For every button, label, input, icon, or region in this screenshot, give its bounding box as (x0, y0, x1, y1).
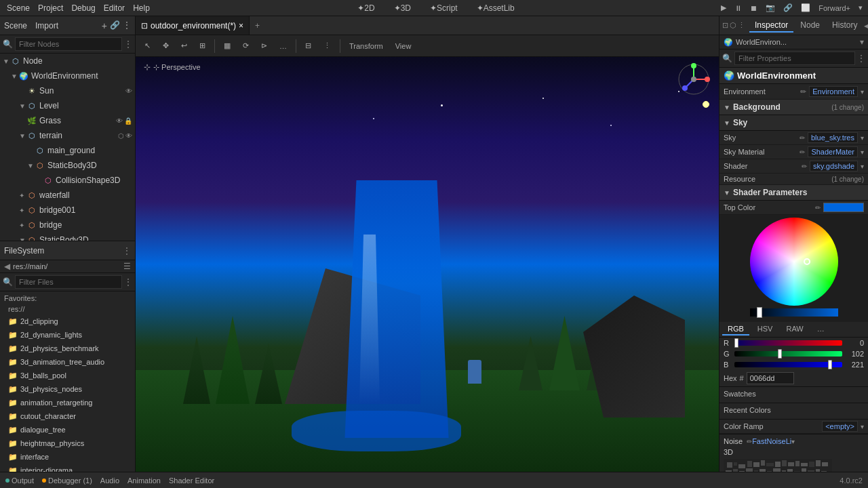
viewport-content[interactable]: ⊹ ⊹ Perspective (136, 57, 719, 472)
tab-rgb[interactable]: RGB (722, 323, 749, 336)
fs-item-2d-physics[interactable]: 📁 2d_physics_benchmark (0, 342, 135, 355)
sky-material-value[interactable]: ShaderMater (808, 146, 858, 157)
env-dropdown[interactable]: ▾ (861, 88, 864, 96)
import-header-label[interactable]: Import (35, 21, 58, 30)
tool-scale[interactable]: ⊞ (195, 38, 210, 54)
fs-item-dialogue[interactable]: 📁 dialogue_tree (0, 423, 135, 436)
menu-project[interactable]: Project (34, 2, 67, 14)
channel-b-thumb[interactable] (828, 360, 832, 369)
tool-select[interactable]: ↖ (140, 38, 155, 54)
shader-dropdown[interactable]: ▾ (861, 163, 864, 170)
fs-item-interior[interactable]: 📁 interior-diorama (0, 464, 135, 472)
menu-scene[interactable]: Scene (3, 2, 34, 14)
btn-3d[interactable]: ✦3D (390, 2, 415, 14)
visibility-icon-grass[interactable]: 👁 (116, 117, 123, 125)
channel-g-slider[interactable] (734, 351, 842, 357)
tool-move[interactable]: ✥ (158, 38, 174, 54)
scene-options-icon[interactable]: ⋮ (123, 20, 131, 31)
fs-item-3d-animation[interactable]: 📁 3d_animation_tree_audio (0, 355, 135, 369)
inspector-nav-prev[interactable]: ◀ (864, 21, 868, 30)
scene-tab-close[interactable]: × (239, 21, 243, 30)
output-btn[interactable]: Output (5, 476, 34, 485)
tree-item-sun[interactable]: ☀ Sun 👁 (0, 83, 135, 98)
pause-btn[interactable]: ⏸ (732, 3, 745, 14)
breadcrumb-dropdown[interactable]: ▾ (860, 37, 864, 47)
tab-history[interactable]: History (827, 19, 863, 33)
fs-item-2d-dynamic-lights[interactable]: 📁 2d_dynamic_lights (0, 328, 135, 342)
tool-more[interactable]: … (275, 38, 292, 54)
scene-tab[interactable]: ⊡ outdoor_environment(*) × (136, 16, 250, 35)
top-color-swatch[interactable] (823, 203, 864, 212)
color-ramp-value[interactable]: <empty> (822, 421, 858, 432)
tool-play[interactable]: ⊟ (300, 38, 316, 54)
inspector-filter-input[interactable] (734, 52, 855, 65)
noise-value[interactable]: FastNoiseLi (752, 437, 791, 445)
sky-sky-value[interactable]: blue_sky.tres (808, 132, 858, 143)
screenshot-btn[interactable]: 📷 (763, 2, 778, 14)
fs-res-label[interactable]: res:// (0, 304, 135, 314)
fs-item-animation-retargeting[interactable]: 📁 animation_retargeting (0, 396, 135, 409)
tree-item-bridge[interactable]: ✦ ⬡ bridge (0, 218, 135, 232)
shader-value[interactable]: sky.gdshade (810, 161, 858, 171)
fs-item-2d-clipping[interactable]: 📁 2d_clipping (0, 314, 135, 328)
menu-debug[interactable]: Debug (67, 2, 99, 14)
tree-item-node[interactable]: ▼ ⬡ Node (0, 54, 135, 68)
background-section[interactable]: ▼ Background (1 change) (719, 100, 868, 115)
inspector-filter-options[interactable]: ⋮ (857, 54, 865, 63)
fs-view-toggle[interactable]: ☰ (123, 262, 131, 271)
channel-r-thumb[interactable] (734, 338, 738, 348)
fs-filter-options[interactable]: ⋮ (124, 277, 132, 287)
add-node-icon[interactable]: + (102, 20, 107, 31)
sky-section[interactable]: ▼ Sky (719, 115, 868, 131)
tree-item-terrain[interactable]: ▼ ⬡ terrain ⬡ 👁 (0, 128, 135, 143)
view-btn[interactable]: View (391, 38, 416, 54)
visibility-icon-terrain[interactable]: 👁 (125, 132, 132, 140)
env-value[interactable]: Environment (809, 86, 858, 97)
fs-filter-input[interactable] (15, 275, 122, 289)
tool-grid[interactable]: ▦ (219, 38, 235, 54)
back-icon[interactable]: ◀ (4, 262, 10, 271)
fs-item-3d-physics[interactable]: 📁 3d_physics_nodes (0, 382, 135, 396)
new-tab-btn[interactable]: + (250, 21, 265, 30)
audio-btn[interactable]: Audio (100, 476, 119, 485)
btn-assetlib[interactable]: ✦AssetLib (473, 2, 519, 14)
fs-item-heightmap[interactable]: 📁 heightmap_physics (0, 436, 135, 450)
tree-item-staticbody2[interactable]: ▼ ⬡ StaticBody3D (0, 232, 135, 241)
tree-item-worldenv[interactable]: ▼ 🌍 WorldEnvironment (0, 68, 135, 83)
gizmo-3d[interactable] (677, 62, 711, 96)
tool-rotate[interactable]: ↩ (176, 38, 192, 54)
play-btn[interactable]: ▶ (718, 2, 729, 14)
fs-options-icon[interactable]: ⋮ (123, 246, 131, 256)
menu-help[interactable]: Help (129, 2, 154, 14)
link-node-icon[interactable]: 🔗 (110, 20, 120, 31)
fs-item-3d-balls[interactable]: 📁 3d_balls_pool (0, 369, 135, 382)
channel-b-slider[interactable] (734, 362, 842, 367)
fs-item-interface[interactable]: 📁 interface (0, 450, 135, 464)
link-btn[interactable]: 🔗 (781, 2, 795, 14)
tree-item-staticbody[interactable]: ▼ ⬡ StaticBody3D (0, 158, 135, 173)
renderer-label[interactable]: Forward+ (816, 3, 853, 14)
window-btn[interactable]: ⬜ (798, 2, 813, 14)
shader-params-section[interactable]: ▼ Shader Parameters (719, 185, 868, 201)
hex-input[interactable] (747, 372, 794, 384)
tab-inspector[interactable]: Inspector (749, 19, 793, 33)
tree-item-waterfall[interactable]: ✦ ⬡ waterfall (0, 188, 135, 203)
shader-editor-btn[interactable]: Shader Editor (169, 476, 214, 485)
terrain-icon1[interactable]: ⬡ (118, 132, 124, 140)
btn-2d[interactable]: ✦2D (353, 2, 378, 14)
animation-btn[interactable]: Animation (127, 476, 161, 485)
color-ramp-dropdown[interactable]: ▾ (861, 423, 864, 430)
fs-item-cutout[interactable]: 📁 cutout_character (0, 409, 135, 423)
channel-g-thumb[interactable] (778, 349, 782, 359)
tree-item-collision[interactable]: ⬡ CollisionShape3D (0, 173, 135, 188)
tool-snap[interactable]: ⟳ (238, 38, 254, 54)
debugger-btn[interactable]: Debugger (1) (42, 476, 92, 485)
brightness-slider[interactable] (750, 308, 838, 317)
lock-icon-grass[interactable]: 🔒 (124, 117, 132, 125)
env-edit-icon[interactable]: ✏ (800, 87, 806, 96)
sky-material-dropdown[interactable]: ▾ (861, 148, 864, 156)
tool-dots[interactable]: ⋮ (319, 38, 336, 54)
sky-dropdown[interactable]: ▾ (861, 134, 864, 142)
btn-script[interactable]: ✦Script (426, 2, 462, 14)
channel-r-slider[interactable] (734, 340, 842, 346)
